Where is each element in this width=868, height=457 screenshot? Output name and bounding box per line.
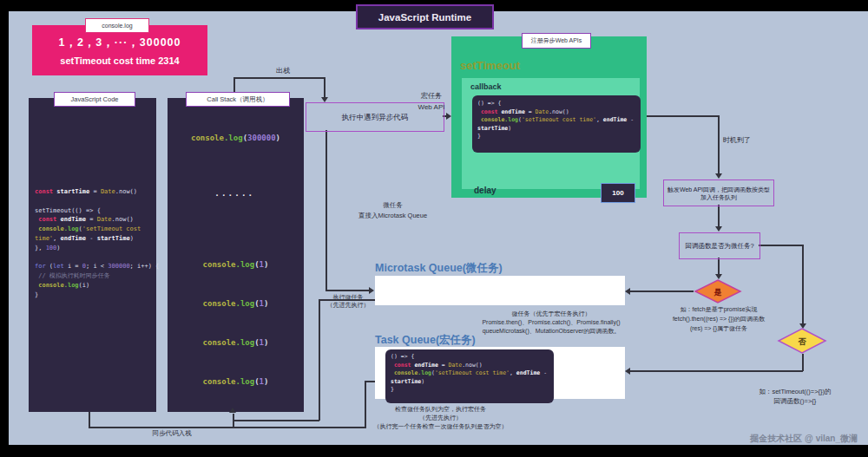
- flow-line: [718, 115, 720, 174]
- flow-line: [324, 77, 326, 97]
- web-api-tag-label: 注册异步Web APIs: [531, 36, 582, 45]
- js-code-box: const startTime = Date.now() setTimeout(…: [29, 98, 156, 412]
- check-note: 检查微任务队列为空，执行宏任务 （先进先执行） （执行完一个任务检查一次微任务队…: [360, 405, 521, 431]
- task-queue-code-box: () => { const endTime = Date.now() conso…: [385, 349, 554, 403]
- flow-line: [718, 205, 720, 227]
- stack-dots: ······: [168, 190, 304, 200]
- console-output-line2: setTimeout cost time 2314: [60, 55, 179, 66]
- flow-line: [89, 412, 90, 428]
- call-stack-tag: Call Stack（调用栈）: [186, 92, 290, 107]
- sync-push-label: 同步代码入栈: [137, 429, 207, 438]
- micro-task-line1: 微任务: [339, 200, 447, 211]
- settimeout-note: 如：setTimeout(()=>{})的 回调函数()=>{}: [738, 387, 852, 406]
- macro-task-line2: Web API: [401, 101, 462, 113]
- js-code-tag: JavaScript Code: [54, 92, 135, 107]
- flow-line: [802, 354, 804, 371]
- runtime-title: JavaScript Runtime: [378, 12, 471, 23]
- pop-label-text: 出栈: [276, 67, 290, 75]
- js-code-tag-label: JavaScript Code: [70, 95, 118, 103]
- timing-label-text: 时机到了: [723, 136, 751, 144]
- settimeout-note-line: 如：setTimeout(()=>{})的: [738, 387, 852, 396]
- arrowhead: [229, 408, 236, 413]
- console-log-tag: console.log: [85, 18, 149, 33]
- flow-line: [233, 414, 234, 428]
- arrowhead: [715, 226, 722, 232]
- microtask-queue-box: [375, 276, 625, 305]
- exec-micro-line1: 执行微任务: [321, 293, 375, 301]
- delay-value: 100: [612, 189, 623, 197]
- check-note-line: 检查微任务队列为空，执行宏任务: [360, 405, 521, 414]
- flow-line: [718, 258, 720, 275]
- trigger-callback-box: 触发Web API回调，把回调函数按类型 加入任务队列: [663, 180, 774, 206]
- arrowhead: [625, 288, 630, 295]
- web-api-box: setTimeout callback () => { const endTim…: [451, 36, 647, 198]
- macro-task-line1: 宏任务: [401, 90, 462, 101]
- flow-line: [628, 370, 803, 372]
- pop-label: 出栈: [266, 67, 300, 75]
- macro-task-label: 宏任务 Web API: [401, 90, 462, 113]
- console-output-line1: 1，2，3，···，300000: [58, 36, 181, 50]
- arrowhead: [715, 173, 722, 179]
- fetch-note-line: 如：fetch是基于promise实现: [654, 304, 783, 314]
- web-api-tag: 注册异步Web APIs: [522, 33, 591, 49]
- task-queue-title: Task Queue(宏任务): [375, 333, 476, 348]
- js-code-content: const startTime = Date.now() setTimeout(…: [29, 98, 156, 300]
- web-api-inner: callback () => { const endTime = Date.no…: [462, 78, 640, 189]
- flow-line: [628, 291, 694, 292]
- delay-value-box: 100: [601, 183, 635, 203]
- microtask-note-line: 微任务（优先于宏任务执行）: [460, 310, 642, 318]
- timing-label: 时机到了: [723, 136, 775, 145]
- flow-line: [647, 115, 719, 117]
- micro-task-label: 微任务 直接入Microtask Queue: [339, 200, 447, 221]
- sync-push-text: 同步代码入栈: [153, 429, 192, 437]
- delay-label: delay: [474, 186, 496, 195]
- yes-diamond: 是: [694, 279, 742, 304]
- flow-line: [233, 77, 325, 79]
- micro-task-line2: 直接入Microtask Queue: [339, 211, 447, 221]
- check-note-line: （执行完一个任务检查一次微任务队列是否为空）: [360, 422, 521, 431]
- trigger-line2: 加入任务队列: [700, 193, 737, 201]
- flow-line: [326, 290, 369, 291]
- exec-micro-label: 执行微任务 （先进先执行）: [321, 293, 375, 309]
- stack-frame: console.log(1): [168, 294, 304, 310]
- console-log-tag-label: console.log: [102, 23, 132, 29]
- encounter-async-label: 执行中遇到异步代码: [342, 113, 409, 121]
- trigger-line1: 触发Web API回调，把回调函数按类型: [667, 186, 770, 193]
- callback-code-box: () => { const endTime = Date.now() conso…: [472, 95, 641, 153]
- web-api-title: setTimeout: [460, 59, 520, 72]
- settimeout-note-line: 回调函数()=>{}: [738, 396, 852, 406]
- yes-diamond-label: 是: [713, 288, 722, 297]
- exec-micro-line2: （先进先执行）: [321, 301, 375, 309]
- microtask-note: 微任务（优先于宏任务执行） Promise.then()、Promise.cat…: [460, 310, 642, 336]
- stack-frame: console.log(1): [168, 255, 304, 271]
- flow-line: [319, 299, 320, 421]
- fetch-note: 如：fetch是基于promise实现 fetch().then((res) =…: [654, 304, 783, 333]
- runtime-title-box: JavaScript Runtime: [356, 4, 494, 29]
- microtask-note-line: Promise.then()、Promise.catch()、Promise.f…: [460, 318, 642, 327]
- microtask-queue-title: Microtask Queue(微任务): [375, 261, 503, 276]
- call-stack-box: console.log(300000) ······ console.log(1…: [168, 98, 304, 412]
- stack-frame: console.log(1): [168, 372, 304, 388]
- flow-line: [326, 130, 327, 291]
- is-micro-label: 回调函数是否为微任务?: [685, 242, 753, 251]
- stack-dots-text: ······: [216, 190, 256, 200]
- no-diamond: 否: [777, 328, 827, 354]
- diagram-stage: JavaScript Runtime console.log 1，2，3，···…: [0, 0, 868, 457]
- arrowhead: [625, 368, 630, 375]
- no-diamond-label: 否: [798, 337, 807, 346]
- flow-line: [233, 420, 319, 421]
- stack-frame-top: console.log(300000): [168, 128, 304, 144]
- flow-line: [802, 245, 804, 324]
- fetch-note-line: fetch().then((res) => {})的回调函数: [654, 314, 783, 323]
- callback-label: callback: [470, 82, 502, 91]
- fetch-note-line: (res) => {}属于微任务: [654, 323, 783, 333]
- watermark: 掘金技术社区 @ vilan_微澜: [719, 433, 858, 445]
- flow-line: [89, 427, 366, 428]
- is-micro-box: 回调函数是否为微任务?: [679, 232, 760, 259]
- check-note-line: （先进先执行）: [360, 414, 521, 422]
- arrowhead: [446, 113, 451, 120]
- stack-frame: console.log(1): [168, 333, 304, 349]
- call-stack-tag-label: Call Stack（调用栈）: [207, 95, 268, 104]
- microtask-note-line: queueMicrotask()、MutationObserver的回调函数。: [460, 327, 642, 336]
- flow-line: [759, 245, 803, 246]
